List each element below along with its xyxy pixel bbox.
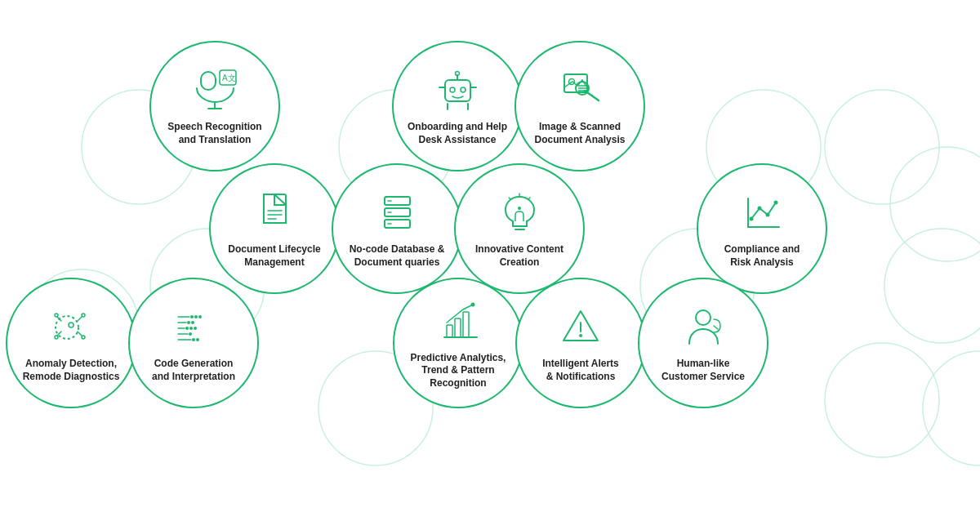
compliance-risk[interactable]: Compliance and Risk Analysis bbox=[697, 163, 827, 294]
svg-point-79 bbox=[189, 332, 192, 336]
intelligent-alerts-label: Intelligent Alerts & Notifications bbox=[534, 358, 627, 383]
svg-point-68 bbox=[190, 315, 194, 318]
robot-icon bbox=[433, 65, 482, 114]
svg-point-19 bbox=[450, 87, 455, 92]
image-scan-icon bbox=[555, 65, 604, 114]
document-lifecycle[interactable]: Document Lifecycle Management bbox=[209, 163, 340, 294]
speech-recognition-label: Speech Recognition and Translation bbox=[159, 121, 270, 146]
svg-point-9 bbox=[825, 343, 939, 457]
svg-point-77 bbox=[194, 327, 197, 330]
svg-rect-12 bbox=[201, 72, 216, 90]
svg-rect-86 bbox=[463, 312, 469, 337]
bar-chart-icon bbox=[434, 296, 483, 345]
image-scanned-label: Image & Scanned Document Analysis bbox=[527, 121, 634, 146]
svg-point-53 bbox=[749, 216, 753, 220]
document-icon bbox=[250, 188, 299, 237]
svg-point-81 bbox=[192, 338, 195, 341]
svg-point-75 bbox=[185, 327, 189, 330]
svg-point-11 bbox=[923, 351, 980, 465]
human-customer[interactable]: Human-like Customer Service bbox=[638, 278, 768, 408]
svg-point-90 bbox=[696, 310, 710, 325]
svg-point-20 bbox=[461, 87, 466, 92]
code-generation-label: Code Generation and Interpretation bbox=[144, 358, 243, 383]
svg-line-61 bbox=[78, 317, 82, 321]
speech-icon: A 文 bbox=[190, 65, 239, 114]
svg-point-58 bbox=[69, 323, 74, 327]
anomaly-icon bbox=[47, 302, 96, 351]
predictive-analytics-label: Predictive Analytics, Trend & Pattern Re… bbox=[403, 352, 514, 390]
lightbulb-icon bbox=[495, 188, 544, 237]
predictive-analytics[interactable]: Predictive Analytics, Trend & Pattern Re… bbox=[393, 278, 523, 408]
svg-point-72 bbox=[187, 321, 190, 324]
svg-point-60 bbox=[55, 314, 58, 317]
database-icon bbox=[372, 188, 421, 237]
onboarding-help[interactable]: Onboarding and Help Desk Assistance bbox=[392, 41, 523, 171]
code-generation[interactable]: Code Generation and Interpretation bbox=[128, 278, 259, 408]
customer-icon bbox=[679, 302, 728, 351]
alert-icon bbox=[556, 302, 605, 351]
svg-point-69 bbox=[194, 315, 198, 318]
speech-recognition[interactable]: A 文 Speech Recognition and Translation bbox=[149, 41, 280, 171]
svg-point-4 bbox=[890, 147, 980, 261]
chart-line-icon bbox=[737, 188, 786, 237]
innovative-content[interactable]: Innovative Content Creation bbox=[454, 163, 585, 294]
nocode-database-label: No-code Database & Document quaries bbox=[341, 243, 453, 269]
svg-text:A: A bbox=[222, 73, 228, 82]
compliance-risk-label: Compliance and Risk Analysis bbox=[716, 243, 808, 269]
svg-point-66 bbox=[82, 336, 85, 339]
svg-point-50 bbox=[518, 207, 521, 210]
svg-rect-84 bbox=[447, 325, 452, 337]
svg-text:文: 文 bbox=[228, 73, 236, 82]
svg-point-7 bbox=[884, 229, 980, 343]
innovative-content-label: Innovative Content Creation bbox=[467, 243, 572, 269]
svg-point-76 bbox=[189, 327, 193, 330]
svg-point-64 bbox=[55, 336, 58, 339]
human-customer-label: Human-like Customer Service bbox=[653, 358, 753, 383]
anomaly-detection[interactable]: Anomaly Detection, Remode Diagnostics bbox=[6, 278, 136, 408]
svg-point-73 bbox=[191, 321, 194, 324]
svg-point-87 bbox=[470, 303, 474, 307]
intelligent-alerts[interactable]: Intelligent Alerts & Notifications bbox=[515, 278, 646, 408]
svg-point-54 bbox=[757, 206, 761, 210]
svg-point-82 bbox=[196, 338, 199, 341]
svg-point-22 bbox=[455, 71, 459, 75]
image-scanned[interactable]: Image & Scanned Document Analysis bbox=[514, 41, 645, 171]
main-container: A 文 Speech Recognition and Translation O… bbox=[0, 0, 980, 512]
svg-point-89 bbox=[579, 334, 582, 337]
document-lifecycle-label: Document Lifecycle Management bbox=[220, 243, 328, 269]
svg-line-65 bbox=[78, 332, 82, 336]
svg-point-70 bbox=[198, 315, 202, 318]
nocode-database[interactable]: No-code Database & Document quaries bbox=[332, 163, 462, 294]
onboarding-help-label: Onboarding and Help Desk Assistance bbox=[399, 121, 515, 146]
svg-point-55 bbox=[765, 212, 769, 216]
anomaly-detection-label: Anomaly Detection, Remode Diagnostics bbox=[15, 358, 128, 383]
code-icon bbox=[169, 302, 218, 351]
svg-point-56 bbox=[773, 200, 777, 204]
svg-rect-85 bbox=[455, 318, 461, 337]
svg-point-3 bbox=[825, 90, 939, 204]
svg-point-62 bbox=[82, 314, 85, 317]
